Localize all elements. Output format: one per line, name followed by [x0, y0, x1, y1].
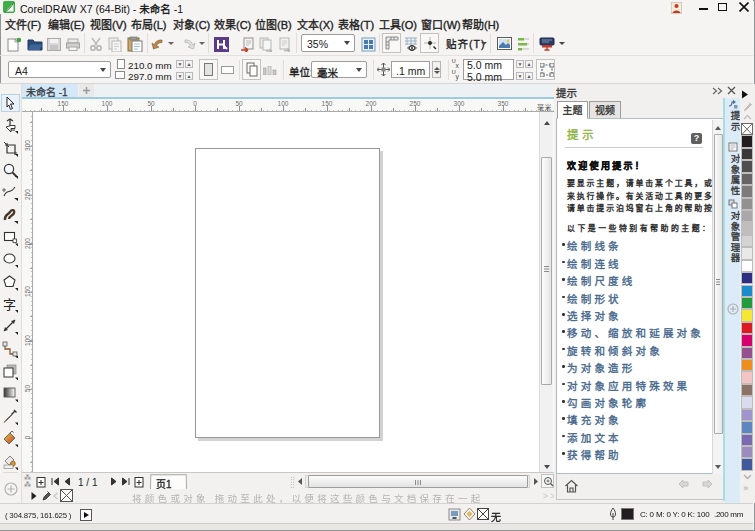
svg-text:字: 字 [3, 297, 16, 312]
